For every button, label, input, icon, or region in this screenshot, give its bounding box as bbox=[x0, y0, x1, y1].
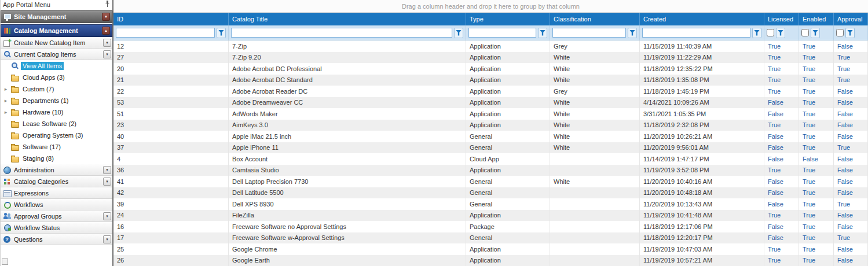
cell-classification bbox=[550, 243, 640, 255]
sidebar-item-label: Expressions bbox=[14, 190, 49, 197]
filter-funnel-button[interactable] bbox=[776, 28, 785, 38]
table-row[interactable]: 24FileZillaApplication11/19/2019 10:41:4… bbox=[113, 210, 868, 221]
cell-catalog-title: AdWords Maker bbox=[229, 108, 466, 120]
table-row[interactable]: 37Apple iPhone 11GeneralWhite11/20/2019 … bbox=[113, 142, 868, 154]
table-row[interactable]: 51AdWords MakerApplicationWhite3/31/2021… bbox=[113, 108, 868, 120]
table-row[interactable]: 42Dell Latitude 5500General11/20/2019 10… bbox=[113, 187, 868, 199]
cell-classification bbox=[550, 221, 640, 232]
filter-funnel-button[interactable] bbox=[628, 28, 637, 38]
folder-icon bbox=[10, 97, 19, 105]
section-collapse-icon[interactable]: ▴ bbox=[102, 27, 110, 35]
column-header-licensed[interactable]: Licensed bbox=[764, 13, 799, 25]
cell-catalog-title: Dell XPS 8930 bbox=[229, 198, 466, 210]
tree-item-operating-system-3[interactable]: Operating System (3) bbox=[1, 130, 112, 141]
filter-input-id[interactable] bbox=[116, 28, 215, 38]
filter-funnel-button[interactable] bbox=[811, 28, 820, 38]
sidebar-section-catalog-management[interactable]: Catalog Management ▴ bbox=[1, 24, 112, 37]
section-label: Catalog Management bbox=[14, 27, 78, 34]
dropdown-arrow-icon[interactable]: ▾ bbox=[103, 166, 111, 174]
funnel-icon bbox=[812, 30, 818, 36]
scrollbar-stub[interactable] bbox=[2, 258, 8, 265]
sidebar-item-expressions[interactable]: Expressions bbox=[1, 187, 112, 199]
column-header-type[interactable]: Type bbox=[466, 13, 550, 25]
column-header-classification[interactable]: Classification bbox=[550, 13, 640, 25]
catalog-management-icon bbox=[3, 27, 12, 35]
status-icon bbox=[3, 224, 12, 232]
dropdown-arrow-icon[interactable]: ▾ bbox=[103, 39, 111, 47]
sidebar-item-approval-groups[interactable]: Approval Groups▾ bbox=[1, 210, 112, 222]
column-header-approval[interactable]: Approval bbox=[834, 13, 868, 25]
sidebar-item-current-catalog-items[interactable]: Current Catalog Items▾ bbox=[1, 49, 112, 60]
cell-catalog-title: Camtasia Studio bbox=[229, 165, 466, 176]
cell-approval: False bbox=[834, 255, 868, 266]
tree-item-hardware-10[interactable]: ▸Hardware (10) bbox=[1, 106, 112, 118]
cell-approval: True bbox=[834, 142, 868, 154]
filter-checkbox-licensed[interactable] bbox=[767, 29, 774, 36]
filter-input-created[interactable] bbox=[642, 28, 750, 38]
table-row[interactable]: 20Adobe Acrobat DC ProfessionalApplicati… bbox=[113, 63, 868, 75]
table-row[interactable]: 17Freeware Software w-Approval SettingsG… bbox=[113, 232, 868, 244]
cell-licensed: True bbox=[764, 75, 799, 86]
tree-item-label: Lease Software (2) bbox=[21, 120, 78, 128]
dropdown-arrow-icon[interactable]: ▾ bbox=[103, 212, 111, 220]
filter-checkbox-approval[interactable] bbox=[836, 29, 844, 36]
sidebar-item-catalog-categories[interactable]: Catalog Categories▾ bbox=[1, 176, 112, 187]
tree-item-label: Custom (7) bbox=[21, 85, 56, 93]
tree-item-software-17[interactable]: Software (17) bbox=[1, 141, 112, 153]
tree-item-custom-7[interactable]: ▸Custom (7) bbox=[1, 83, 112, 95]
table-row[interactable]: 36Camtasia StudioApplication11/19/2019 3… bbox=[113, 165, 868, 176]
table-row[interactable]: 16Freeware Software no Approval Settings… bbox=[113, 221, 868, 232]
table-row[interactable]: 41Dell Laptop Precision 7730GeneralWhite… bbox=[113, 176, 868, 187]
filter-input-catalog-title[interactable] bbox=[231, 28, 452, 38]
funnel-icon bbox=[847, 30, 853, 36]
table-row[interactable]: 53Adobe Dreamweaver CCApplicationWhite4/… bbox=[113, 97, 868, 109]
table-row[interactable]: 26Google EarthApplication11/19/2019 10:5… bbox=[113, 255, 868, 266]
sidebar-item-workflow-status[interactable]: Workflow Status bbox=[1, 222, 112, 234]
expand-arrow-icon[interactable]: ▸ bbox=[3, 98, 9, 104]
cell-licensed: True bbox=[764, 63, 799, 75]
table-row[interactable]: 127-ZipApplicationGrey11/15/2019 11:40:3… bbox=[113, 40, 868, 52]
column-header-enabled[interactable]: Enabled bbox=[799, 13, 834, 25]
table-row[interactable]: 39Dell XPS 8930General11/20/2019 10:13:4… bbox=[113, 198, 868, 210]
sidebar-section-site-management[interactable]: Site Management ▾ bbox=[1, 10, 112, 23]
cell-classification bbox=[550, 187, 640, 199]
sidebar-item-workflows[interactable]: Workflows bbox=[1, 199, 112, 210]
expand-arrow-icon[interactable]: ▸ bbox=[3, 109, 9, 115]
cell-type: Application bbox=[466, 165, 550, 176]
filter-funnel-button[interactable] bbox=[538, 28, 547, 38]
table-row[interactable]: 4Box AccountCloud App11/14/2019 1:47:17 … bbox=[113, 153, 868, 165]
column-header-id[interactable]: ID bbox=[113, 13, 229, 25]
filter-funnel-button[interactable] bbox=[217, 28, 226, 38]
sidebar-item-administration[interactable]: Administration▾ bbox=[1, 164, 112, 176]
filter-funnel-button[interactable] bbox=[752, 28, 761, 38]
column-header-catalog-title[interactable]: Catalog Title bbox=[229, 13, 466, 25]
filter-input-type[interactable] bbox=[468, 28, 536, 38]
filter-funnel-button[interactable] bbox=[454, 28, 463, 38]
dropdown-arrow-icon[interactable]: ▾ bbox=[103, 235, 111, 243]
tree-item-lease-software-2[interactable]: Lease Software (2) bbox=[1, 118, 112, 130]
dropdown-arrow-icon[interactable]: ▾ bbox=[103, 178, 111, 186]
tree-item-departments-1[interactable]: ▸Departments (1) bbox=[1, 95, 112, 106]
tree-item-staging-8[interactable]: Staging (8) bbox=[1, 153, 112, 164]
tree-item-view-all-items[interactable]: View All Items bbox=[1, 60, 112, 72]
table-row[interactable]: 21Adobe Acrobat DC StandardApplicationWh… bbox=[113, 75, 868, 86]
table-row[interactable]: 22Adobe Acrobat Reader DCApplicationGrey… bbox=[113, 86, 868, 97]
table-row[interactable]: 277-Zip 9.20ApplicationWhite11/19/2019 1… bbox=[113, 52, 868, 64]
sidebar-item-create-new-catalog-item[interactable]: Create New Catalog Item▾ bbox=[1, 37, 112, 49]
filter-funnel-button[interactable] bbox=[845, 28, 855, 38]
dropdown-arrow-icon[interactable]: ▾ bbox=[103, 50, 111, 58]
table-row[interactable]: 25Google ChromeApplication11/19/2019 10:… bbox=[113, 243, 868, 255]
funnel-icon bbox=[456, 30, 462, 36]
sidebar-item-questions[interactable]: Questions▾ bbox=[1, 234, 112, 245]
column-header-created[interactable]: Created bbox=[640, 13, 764, 25]
cell-id: 39 bbox=[113, 198, 229, 210]
filter-input-classification[interactable] bbox=[552, 28, 626, 38]
filter-checkbox-enabled[interactable] bbox=[801, 29, 809, 36]
group-by-hint[interactable]: Drag a column header and drop it here to… bbox=[113, 0, 868, 13]
pin-icon[interactable] bbox=[105, 1, 110, 9]
section-expand-icon[interactable]: ▾ bbox=[102, 13, 110, 21]
table-row[interactable]: 23AimKeys 3.0ApplicationWhite11/18/2019 … bbox=[113, 120, 868, 131]
table-row[interactable]: 40Apple iMac 21.5 inchGeneralWhite11/20/… bbox=[113, 131, 868, 142]
expand-arrow-icon[interactable]: ▸ bbox=[3, 86, 9, 92]
tree-item-cloud-apps-3[interactable]: Cloud Apps (3) bbox=[1, 72, 112, 83]
